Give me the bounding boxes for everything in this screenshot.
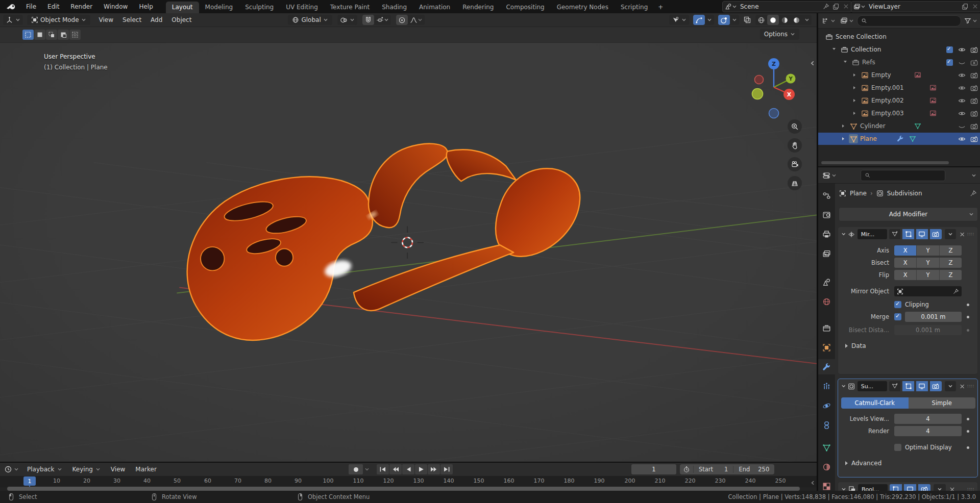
- tab-layout[interactable]: Layout: [166, 2, 199, 13]
- extras-dropdown[interactable]: [945, 381, 957, 391]
- mirror-axis-x[interactable]: X: [894, 245, 917, 256]
- hide-eye-icon[interactable]: [957, 96, 966, 105]
- breadcrumb-object[interactable]: Plane: [850, 190, 867, 197]
- tab-rendering[interactable]: Rendering: [456, 2, 500, 13]
- tab-uv-editing[interactable]: UV Editing: [280, 2, 324, 13]
- tab-world[interactable]: [818, 294, 835, 309]
- disclosure-triangle[interactable]: [841, 58, 850, 67]
- outliner-row-empty-003[interactable]: Empty.003: [818, 107, 980, 119]
- disclosure-triangle[interactable]: [850, 109, 859, 118]
- jump-to-end-button[interactable]: [440, 464, 453, 474]
- mirror-axis-z[interactable]: Z: [940, 245, 962, 256]
- blender-logo-icon[interactable]: [0, 3, 20, 10]
- tab-modeling[interactable]: Modeling: [199, 2, 239, 13]
- select-mode-extend[interactable]: [34, 30, 45, 40]
- flip-z[interactable]: Z: [940, 270, 962, 280]
- merge-threshold-field[interactable]: 0.001 m: [905, 312, 962, 322]
- auto-keying-button[interactable]: [349, 464, 363, 474]
- menu-add[interactable]: Add: [146, 16, 167, 23]
- scene-canvas[interactable]: [0, 13, 817, 462]
- frame-end-field[interactable]: End 250: [733, 466, 774, 473]
- next-keyframe-button[interactable]: [428, 464, 440, 474]
- close-icon[interactable]: [843, 3, 849, 10]
- snap-toggle[interactable]: [362, 15, 374, 25]
- overlays-toggle[interactable]: [718, 15, 730, 25]
- merge-checkbox[interactable]: [894, 313, 901, 320]
- render-camera-icon[interactable]: [969, 96, 978, 105]
- jump-to-start-button[interactable]: [377, 464, 389, 474]
- editor-type-button[interactable]: [3, 15, 23, 25]
- outliner-search-input[interactable]: [870, 17, 957, 24]
- tab-animation[interactable]: Animation: [413, 2, 456, 13]
- modifier-name-field[interactable]: Mir...: [857, 229, 887, 239]
- outliner-search[interactable]: [857, 15, 961, 27]
- hide-eye-icon[interactable]: [957, 58, 966, 67]
- gizmo-neg-x-axis[interactable]: [755, 76, 764, 84]
- levels-viewport-field[interactable]: 4: [894, 414, 962, 424]
- remove-viewlayer-icon[interactable]: [972, 3, 978, 10]
- extras-dropdown[interactable]: [945, 229, 957, 239]
- render-levels-field[interactable]: 4: [894, 426, 962, 436]
- tab-object-data[interactable]: [818, 440, 835, 455]
- optimal-display-checkbox[interactable]: [894, 444, 901, 451]
- animate-dot[interactable]: [967, 446, 969, 449]
- bisect-distance-field[interactable]: 0.001 m: [894, 325, 962, 335]
- properties-search-input[interactable]: [873, 172, 941, 179]
- exclude-checkbox[interactable]: [945, 45, 954, 54]
- playhead-frame-badge[interactable]: 1: [23, 476, 36, 486]
- overlays-dropdown[interactable]: [730, 15, 739, 25]
- toggle-edit-mode[interactable]: [902, 229, 914, 239]
- gizmos-toggle[interactable]: [693, 15, 705, 25]
- play-button[interactable]: [415, 464, 427, 474]
- play-reverse-button[interactable]: [402, 464, 414, 474]
- pan-button[interactable]: [788, 138, 802, 153]
- gizmos-dropdown[interactable]: [705, 15, 714, 25]
- menu-render[interactable]: Render: [65, 3, 98, 10]
- timeline-ruler[interactable]: 1 10 20 30 40 50 60 70 80 90 100 110 120…: [0, 476, 817, 487]
- tab-view-layer[interactable]: [818, 246, 835, 261]
- render-camera-icon[interactable]: [969, 45, 978, 54]
- render-camera-icon[interactable]: [969, 70, 978, 80]
- tab-modifiers[interactable]: [818, 359, 835, 374]
- hide-eye-icon[interactable]: [957, 45, 966, 54]
- outliner-display-mode[interactable]: [820, 17, 837, 24]
- timeline-editor-type[interactable]: [0, 465, 22, 473]
- outliner-row-scene-collection[interactable]: Scene Collection: [818, 31, 980, 43]
- tab-compositing[interactable]: Compositing: [500, 2, 550, 13]
- animate-dot[interactable]: [967, 329, 969, 332]
- shading-material[interactable]: [779, 15, 791, 25]
- hide-eye-icon[interactable]: [957, 83, 966, 92]
- tab-render[interactable]: [818, 207, 835, 222]
- menu-object[interactable]: Object: [167, 16, 196, 23]
- catmull-clark-button[interactable]: Catmull-Clark: [841, 397, 909, 409]
- outliner-row-empty[interactable]: Empty: [818, 69, 980, 81]
- eyedropper-icon[interactable]: [952, 288, 959, 295]
- outliner-filter-mode[interactable]: [839, 17, 855, 24]
- properties-options[interactable]: [969, 170, 978, 180]
- hide-eye-icon[interactable]: [957, 70, 966, 80]
- outliner-row-empty-002[interactable]: Empty.002: [818, 94, 980, 107]
- collapse-icon[interactable]: [841, 232, 846, 237]
- scene-selector[interactable]: Scene: [722, 1, 852, 12]
- camera-view-button[interactable]: [788, 157, 802, 171]
- close-modifier-icon[interactable]: [959, 383, 965, 390]
- falloff-button[interactable]: [408, 15, 425, 25]
- snap-target-button[interactable]: [374, 15, 391, 25]
- disclosure-triangle[interactable]: [850, 70, 859, 80]
- mirror-axis-y[interactable]: Y: [917, 245, 939, 256]
- toggle-edit-mode[interactable]: [902, 381, 914, 391]
- menu-view[interactable]: View: [106, 466, 130, 473]
- transform-orientation[interactable]: Global: [288, 15, 332, 25]
- tab-texture-paint[interactable]: Texture Paint: [324, 2, 376, 13]
- toggle-on-cage[interactable]: [889, 381, 901, 391]
- viewport-3d[interactable]: Object Mode View Select Add Object Globa…: [0, 13, 817, 462]
- orthographic-button[interactable]: [788, 176, 802, 190]
- previous-keyframe-button[interactable]: [389, 464, 402, 474]
- options-dropdown[interactable]: Options: [760, 29, 799, 40]
- menu-file[interactable]: File: [20, 3, 42, 10]
- tab-sculpting[interactable]: Sculpting: [239, 2, 280, 13]
- menu-select[interactable]: Select: [118, 16, 146, 23]
- disclosure-triangle[interactable]: [839, 121, 848, 131]
- outliner-scrollbar[interactable]: [821, 161, 949, 164]
- hide-eye-icon[interactable]: [957, 109, 966, 118]
